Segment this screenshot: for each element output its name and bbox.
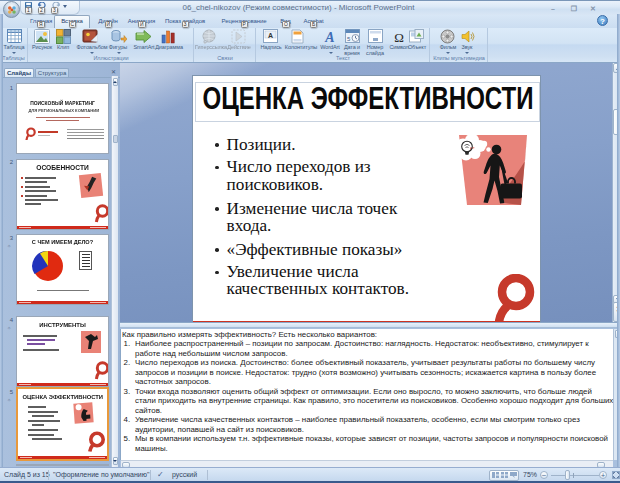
svg-text:А: А: [268, 32, 273, 39]
svg-text:Ω: Ω: [394, 30, 404, 44]
svg-text:A: A: [324, 30, 334, 44]
